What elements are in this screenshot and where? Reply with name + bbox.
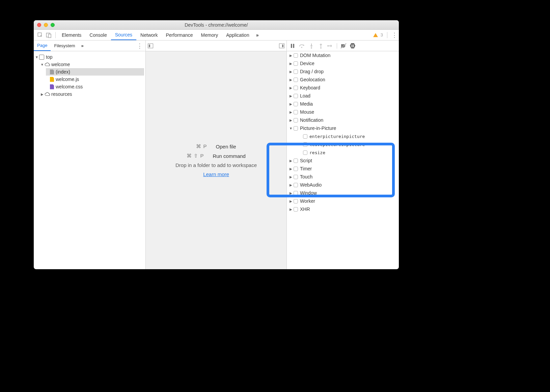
checkbox[interactable] (294, 126, 298, 131)
step-over-icon[interactable] (299, 43, 305, 49)
tree-welcome-js[interactable]: welcome.js (46, 76, 144, 83)
separator (337, 43, 337, 49)
pause-on-exceptions-icon[interactable] (350, 43, 355, 49)
breakpoint-label: WebAudio (300, 182, 322, 188)
checkbox[interactable] (294, 118, 298, 122)
tree-welcome-css[interactable]: welcome.css (46, 83, 144, 90)
breakpoint-label: Script (300, 158, 312, 163)
checkbox[interactable] (294, 61, 298, 66)
checkbox[interactable] (294, 53, 298, 58)
breakpoint-event[interactable]: resize (287, 148, 399, 157)
breakpoint-event-label: resize (309, 150, 325, 155)
step-icon[interactable] (327, 43, 333, 49)
breakpoint-event[interactable]: leavepictureinpicture (287, 140, 399, 148)
window-title: DevTools - chrome://welcome/ (34, 22, 399, 28)
checkbox[interactable] (294, 207, 298, 212)
settings-menu-button[interactable]: ⋮ (391, 32, 397, 38)
breakpoint-category[interactable]: WebAudio (287, 181, 399, 189)
separator (387, 32, 387, 38)
breakpoint-event-label: enterpictureinpicture (309, 134, 365, 139)
deactivate-breakpoints-icon[interactable] (340, 43, 347, 49)
breakpoint-category[interactable]: Device (287, 59, 399, 67)
checkbox[interactable] (294, 69, 298, 74)
breakpoint-label: DOM Mutation (300, 53, 330, 58)
chevron-right-icon (289, 70, 293, 74)
breakpoint-category[interactable]: Media (287, 100, 399, 108)
breakpoint-category[interactable]: Timer (287, 165, 399, 173)
chevron-down-icon (40, 63, 44, 66)
tree-top[interactable]: top (35, 53, 144, 61)
checkbox[interactable] (294, 175, 298, 179)
chevron-right-icon (289, 118, 293, 122)
tab-memory[interactable]: Memory (197, 30, 222, 40)
chevron-right-icon (289, 54, 293, 57)
inspect-icon[interactable] (37, 32, 43, 38)
tab-performance[interactable]: Performance (162, 30, 197, 40)
breakpoint-category[interactable]: Notification (287, 116, 399, 124)
warning-icon[interactable] (373, 33, 378, 37)
breakpoint-category[interactable]: Load (287, 92, 399, 100)
breakpoint-category[interactable]: Touch (287, 173, 399, 181)
learn-more-link[interactable]: Learn more (203, 171, 229, 177)
breakpoint-category[interactable]: Window (287, 189, 399, 197)
shortcut-label: ⌘ ⇧ P (187, 153, 204, 159)
breakpoint-category[interactable]: Geolocation (287, 76, 399, 84)
debugger-panel: DOM MutationDeviceDrag / dropGeolocation… (287, 40, 399, 269)
checkbox[interactable] (294, 199, 298, 203)
checkbox[interactable] (294, 86, 298, 90)
checkbox[interactable] (294, 183, 298, 187)
checkbox[interactable] (294, 191, 298, 195)
breakpoint-category[interactable]: Keyboard (287, 84, 399, 92)
breakpoint-category[interactable]: Drag / drop (287, 67, 399, 76)
breakpoint-label: Mouse (300, 109, 314, 115)
tab-elements[interactable]: Elements (58, 30, 85, 40)
tab-sources[interactable]: Sources (111, 30, 136, 40)
editor-empty-state: ⌘ P Open file ⌘ ⇧ P Run command Drop in … (146, 51, 286, 269)
svg-point-6 (311, 47, 312, 49)
tab-console[interactable]: Console (85, 30, 111, 40)
more-tabs-button[interactable]: » (253, 32, 262, 38)
checkbox[interactable] (294, 102, 298, 106)
subtab-more[interactable]: » (79, 43, 86, 48)
checkbox[interactable] (294, 78, 298, 82)
tree-index[interactable]: (index) (46, 68, 144, 76)
tab-network[interactable]: Network (136, 30, 162, 40)
chevron-right-icon (289, 78, 293, 82)
breakpoint-category[interactable]: Picture-in-Picture (287, 124, 399, 132)
navigator-menu[interactable]: ⋮ (134, 42, 145, 50)
step-into-icon[interactable] (308, 43, 314, 49)
pause-icon[interactable] (290, 43, 296, 49)
breakpoint-category[interactable]: XHR (287, 205, 399, 213)
checkbox[interactable] (294, 110, 298, 114)
tree-welcome[interactable]: welcome (40, 61, 144, 68)
editor-panel: ⌘ P Open file ⌘ ⇧ P Run command Drop in … (146, 40, 287, 269)
file-tree: top welcome (index) welcome.js (34, 51, 145, 100)
breakpoint-label: Worker (300, 198, 315, 204)
navigator-panel: Page Filesystem » ⋮ top welcome (34, 40, 146, 269)
toggle-navigator-icon[interactable] (148, 44, 153, 48)
checkbox[interactable] (294, 94, 298, 98)
device-toggle-icon[interactable] (46, 32, 52, 38)
breakpoint-event[interactable]: enterpictureinpicture (287, 132, 399, 140)
breakpoint-category[interactable]: Mouse (287, 108, 399, 116)
tab-application[interactable]: Application (222, 30, 253, 40)
tree-label: top (46, 54, 52, 60)
warning-count[interactable]: 3 (381, 32, 383, 37)
checkbox[interactable] (303, 142, 307, 147)
tree-resources[interactable]: resources (40, 90, 144, 98)
breakpoint-event-label: leavepictureinpicture (309, 142, 365, 147)
breakpoint-label: Load (300, 93, 310, 99)
checkbox[interactable] (294, 159, 298, 163)
breakpoint-category[interactable]: DOM Mutation (287, 51, 399, 59)
subtab-page[interactable]: Page (34, 40, 51, 51)
chevron-right-icon (289, 86, 293, 90)
checkbox[interactable] (303, 150, 307, 155)
breakpoint-category[interactable]: Worker (287, 197, 399, 205)
checkbox[interactable] (303, 134, 307, 139)
chevron-right-icon (289, 102, 293, 106)
toggle-debugger-icon[interactable] (279, 44, 284, 48)
subtab-filesystem[interactable]: Filesystem (51, 40, 78, 51)
checkbox[interactable] (294, 167, 298, 171)
breakpoint-category[interactable]: Script (287, 157, 399, 165)
step-out-icon[interactable] (318, 43, 324, 49)
